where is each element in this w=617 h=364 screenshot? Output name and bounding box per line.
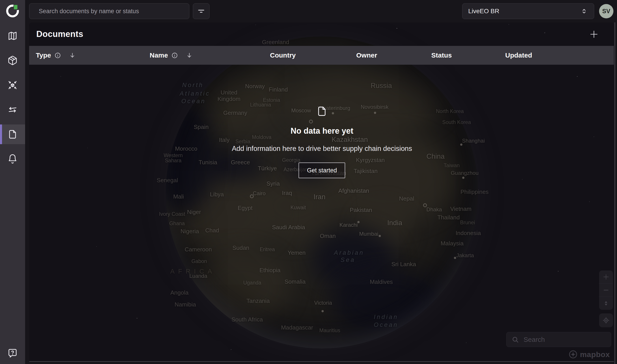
search-bar[interactable] — [29, 3, 189, 19]
column-header-country[interactable]: Country — [270, 52, 356, 59]
zoom-out-button[interactable] — [599, 283, 613, 297]
search-input[interactable] — [38, 8, 184, 15]
org-selector-value: LiveEO BR — [468, 8, 499, 15]
globe — [166, 37, 478, 349]
map-marker — [423, 204, 427, 207]
locate-icon — [602, 316, 610, 324]
column-header-status[interactable]: Status — [431, 52, 505, 59]
file-icon — [7, 129, 18, 140]
locate-button[interactable] — [599, 313, 613, 327]
mapbox-icon — [568, 350, 578, 359]
column-label: Status — [431, 52, 452, 59]
chevron-updown-icon — [580, 7, 588, 15]
map-marker — [462, 177, 464, 179]
filter-icon — [197, 7, 206, 16]
empty-state-title: No data here yet — [291, 126, 353, 136]
sidebar-item-notifications[interactable] — [0, 149, 25, 169]
filter-button[interactable] — [193, 3, 210, 19]
column-header-type[interactable]: Type — [36, 52, 150, 59]
map-search-bar[interactable] — [506, 332, 611, 347]
zoom-in-button[interactable] — [599, 271, 613, 283]
documents-panel: GreenlandNorthAtlanticOceanNorwayFinland… — [29, 22, 614, 362]
map-icon — [7, 31, 18, 41]
bell-icon — [7, 154, 18, 164]
column-label: Country — [270, 52, 296, 59]
sidebar-item-help[interactable] — [7, 348, 18, 358]
column-label: Name — [150, 52, 168, 59]
get-started-button[interactable]: Get started — [299, 163, 345, 178]
column-label: Type — [36, 52, 51, 59]
scrollbar-track[interactable] — [615, 22, 615, 364]
column-header-owner[interactable]: Owner — [356, 52, 431, 59]
map-marker — [454, 257, 456, 259]
map-marker — [357, 221, 360, 223]
page-title: Documents — [36, 29, 83, 39]
document-icon — [316, 105, 328, 118]
avatar-initials: SV — [602, 8, 610, 15]
map-label: Namibia — [174, 301, 196, 308]
package-icon — [7, 55, 18, 65]
sidebar-item-documents[interactable] — [0, 124, 25, 144]
map-marker — [460, 143, 462, 146]
map-search-input[interactable] — [523, 336, 606, 344]
plus-icon — [589, 29, 599, 39]
sidebar-nav — [0, 26, 25, 174]
info-icon[interactable] — [171, 52, 178, 59]
sidebar-item-transfers[interactable] — [0, 100, 25, 119]
search-icon — [511, 336, 519, 343]
table-header: TypeNameCountryOwnerStatusUpdated — [29, 46, 614, 65]
avatar[interactable]: SV — [599, 4, 613, 18]
liveeo-logo[interactable] — [6, 4, 19, 18]
sidebar-item-map[interactable] — [0, 26, 25, 46]
map-marker — [322, 310, 324, 312]
mapbox-logo: mapbox — [568, 350, 610, 359]
sidebar-item-monitoring[interactable] — [0, 75, 25, 95]
map-zoom-controls — [599, 271, 613, 310]
plus-icon — [602, 273, 610, 281]
add-document-button[interactable] — [588, 29, 600, 40]
column-label: Owner — [356, 52, 377, 59]
column-header-updated[interactable]: Updated — [505, 52, 614, 59]
sidebar — [0, 0, 25, 364]
map-canvas[interactable]: GreenlandNorthAtlanticOceanNorwayFinland… — [29, 22, 614, 361]
empty-state: No data here yet Add information here to… — [232, 105, 412, 178]
org-selector[interactable]: LiveEO BR — [462, 3, 594, 19]
swap-arrows-icon — [7, 104, 18, 115]
map-label: Angola — [171, 289, 189, 296]
sidebar-item-assets[interactable] — [0, 51, 25, 70]
column-label: Updated — [505, 52, 532, 59]
sidebar-footer — [7, 348, 18, 358]
empty-state-subtitle: Add information here to drive better sup… — [232, 145, 412, 153]
pitch-toggle-button[interactable] — [599, 297, 613, 310]
info-icon[interactable] — [54, 52, 61, 59]
map-label: North — [182, 82, 204, 89]
minus-icon — [602, 286, 610, 294]
help-chat-icon — [7, 348, 18, 358]
mapbox-wordmark: mapbox — [580, 350, 610, 359]
sort-desc-icon[interactable] — [69, 52, 76, 59]
topbar: LiveEO BR SV — [25, 0, 617, 22]
pitch-icon — [602, 299, 610, 307]
map-marker — [379, 235, 381, 237]
column-header-name[interactable]: Name — [150, 52, 270, 59]
cube-scan-icon — [7, 80, 18, 90]
map-marker — [250, 195, 254, 198]
sort-desc-icon[interactable] — [186, 52, 193, 59]
panel-header: Documents — [29, 22, 614, 46]
